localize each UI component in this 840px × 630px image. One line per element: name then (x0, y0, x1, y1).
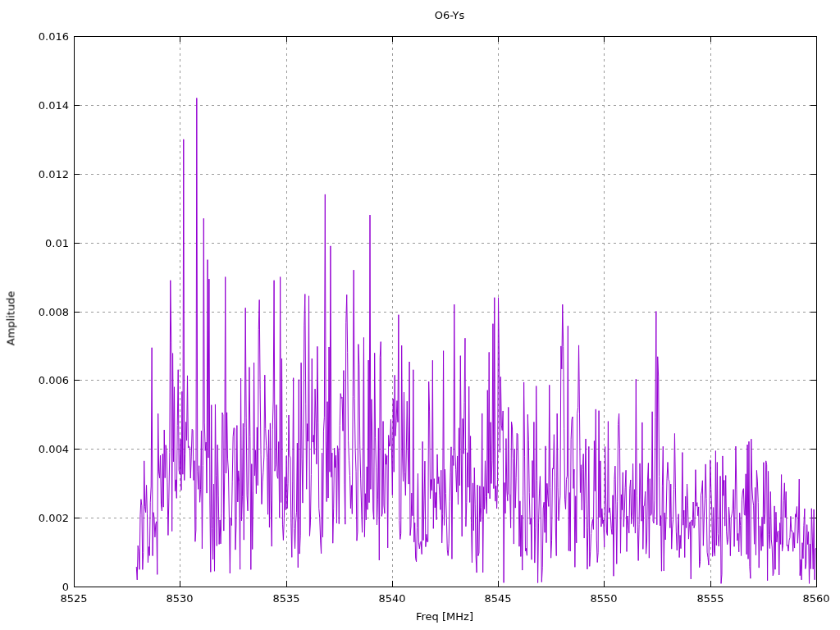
y-tick-label: 0.004 (0, 443, 69, 455)
x-tick-label: 8530 (166, 592, 193, 605)
x-axis-label: Freq [MHz] (416, 610, 473, 623)
y-axis-label: Amplitude (5, 291, 17, 346)
y-tick-label: 0.01 (0, 237, 69, 249)
y-tick-label: 0.014 (0, 99, 69, 112)
x-tick-label: 8535 (272, 592, 299, 605)
y-tick-label: 0.008 (0, 306, 69, 318)
y-tick-label: 0 (0, 581, 69, 593)
y-tick-label: 0.016 (0, 30, 69, 43)
x-tick-label: 8540 (378, 592, 405, 605)
gnuplot-window: O6-Ys Amplitude Freq [MHz] 00.0020.0040.… (0, 0, 840, 630)
x-tick-label: 8545 (484, 592, 511, 605)
x-tick-label: 8560 (802, 592, 829, 605)
chart-title: O6-Ys (435, 9, 464, 21)
plot-canvas (0, 0, 840, 630)
y-tick-label: 0.012 (0, 168, 69, 180)
y-tick-label: 0.006 (0, 374, 69, 386)
x-tick-label: 8555 (696, 592, 724, 605)
x-tick-label: 8550 (590, 592, 617, 605)
x-tick-label: 8525 (60, 592, 87, 605)
y-tick-label: 0.002 (0, 512, 69, 524)
